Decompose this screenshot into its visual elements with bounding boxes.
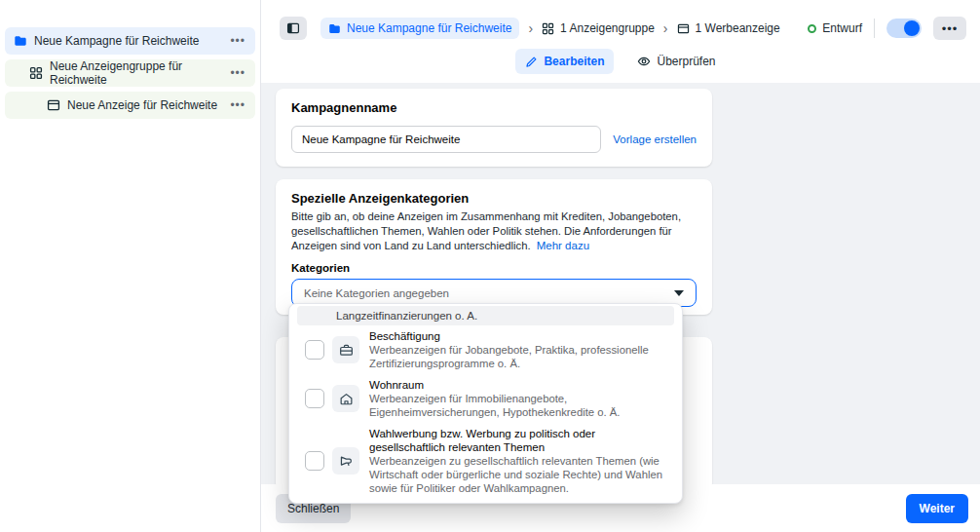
more-options-button[interactable]: ••• <box>933 17 966 40</box>
adset-grid-icon <box>29 66 43 80</box>
sidebar-item-adset[interactable]: Neue Anzeigengruppe für Reichweite ••• <box>5 59 255 87</box>
campaign-status-toggle[interactable] <box>886 19 922 38</box>
tab-edit-label: Bearbeiten <box>544 55 604 68</box>
campaign-name-input[interactable] <box>291 126 601 153</box>
eye-icon <box>637 55 651 68</box>
breadcrumb-adset-label: 1 Anzeigengruppe <box>560 21 655 35</box>
special-ad-categories-card: Spezielle Anzeigenkategorien Bitte gib a… <box>276 179 712 315</box>
chevron-down-icon <box>674 290 684 296</box>
learn-more-link[interactable]: Mehr dazu <box>537 240 589 251</box>
option-description: Werbeanzeigen zu gesellschaftlich releva… <box>369 454 672 495</box>
breadcrumb-campaign-label: Neue Kampagne für Reichweite <box>347 21 511 35</box>
categories-field-label: Kategorien <box>291 262 697 274</box>
status-label: Entwurf <box>822 21 862 35</box>
tab-edit[interactable]: Bearbeiten <box>515 49 614 74</box>
breadcrumb: Neue Kampagne für Reichweite › 1 Anzeige… <box>280 16 966 41</box>
breadcrumb-separator: › <box>528 20 533 36</box>
breadcrumb-ad[interactable]: 1 Werbeanzeige <box>677 21 780 35</box>
ads-manager-window: Neue Kampagne für Reichweite ••• Neue An… <box>0 0 980 532</box>
categories-dropdown: Langzeitfinanzierungen o. A. Beschäftigu… <box>288 303 683 504</box>
breadcrumb-adset[interactable]: 1 Anzeigengruppe <box>542 21 655 35</box>
sidebar-item-label: Neue Kampagne für Reichweite <box>34 34 199 48</box>
dropdown-option-partial-label: Langzeitfinanzierungen o. A. <box>336 310 477 322</box>
sidebar-item-label: Neue Anzeige für Reichweite <box>67 98 217 112</box>
edit-review-tabs: Bearbeiten Überprüfen <box>261 49 980 74</box>
option-checkbox[interactable] <box>305 340 324 360</box>
tab-review[interactable]: Überprüfen <box>627 49 725 74</box>
sidebar-item-ad[interactable]: Neue Anzeige für Reichweite ••• <box>5 92 255 119</box>
breadcrumb-campaign-chip[interactable]: Neue Kampagne für Reichweite <box>320 18 519 39</box>
option-title: Wohnraum <box>369 378 672 392</box>
sidebar-item-label: Neue Anzeigengruppe für Reichweite <box>50 59 230 87</box>
option-checkbox[interactable] <box>305 389 324 408</box>
tab-review-label: Überprüfen <box>657 55 715 68</box>
item-menu-button[interactable]: ••• <box>230 35 245 47</box>
toggle-knob <box>904 20 920 36</box>
option-checkbox[interactable] <box>305 451 324 471</box>
dropdown-option-employment[interactable]: Beschäftigung Werbeanzeigen für Jobangeb… <box>289 325 682 374</box>
item-menu-button[interactable]: ••• <box>230 99 245 111</box>
adset-grid-icon <box>542 22 554 35</box>
create-template-link[interactable]: Vorlage erstellen <box>613 133 697 145</box>
status-badge: Entwurf <box>808 21 862 35</box>
card-description: Bitte gib an, ob deine Anzeigen im Zusam… <box>291 209 697 253</box>
house-icon <box>332 385 359 412</box>
breadcrumb-ad-label: 1 Werbeanzeige <box>696 21 780 35</box>
campaign-tree-sidebar: Neue Kampagne für Reichweite ••• Neue An… <box>0 0 261 532</box>
sidebar-item-campaign[interactable]: Neue Kampagne für Reichweite ••• <box>5 27 255 55</box>
campaign-name-card: Kampagnenname Vorlage erstellen <box>276 89 712 167</box>
ad-frame-icon <box>47 98 60 112</box>
collapse-sidebar-button[interactable] <box>280 17 307 40</box>
card-title: Kampagnenname <box>291 100 697 115</box>
folder-icon <box>328 22 341 35</box>
dropdown-option-politics[interactable]: Wahlwerbung bzw. Werbung zu politisch od… <box>289 423 682 499</box>
briefcase-icon <box>332 336 359 363</box>
megaphone-icon <box>332 447 359 475</box>
item-menu-button[interactable]: ••• <box>230 67 245 79</box>
breadcrumb-separator: › <box>663 20 668 36</box>
categories-select-value: Keine Kategorien angegeben <box>304 287 449 299</box>
next-button[interactable]: Weiter <box>906 494 968 523</box>
option-title: Beschäftigung <box>369 329 672 343</box>
dropdown-option-housing[interactable]: Wohnraum Werbeanzeigen für Immobilienang… <box>289 374 682 423</box>
option-description: Werbeanzeigen für Jobangebote, Praktika,… <box>369 343 672 370</box>
dropdown-option-partial[interactable]: Langzeitfinanzierungen o. A. <box>297 306 674 325</box>
card-title: Spezielle Anzeigenkategorien <box>291 191 697 206</box>
divider <box>874 19 875 38</box>
folder-icon <box>14 34 27 48</box>
ad-frame-icon <box>677 22 690 35</box>
draft-status-dot-icon <box>808 24 816 33</box>
pencil-icon <box>525 56 538 68</box>
top-bar: Neue Kampagne für Reichweite › 1 Anzeige… <box>261 0 980 83</box>
option-description: Werbeanzeigen für Immobilienangebote, Ei… <box>369 392 672 419</box>
option-title: Wahlwerbung bzw. Werbung zu politisch od… <box>369 427 672 454</box>
